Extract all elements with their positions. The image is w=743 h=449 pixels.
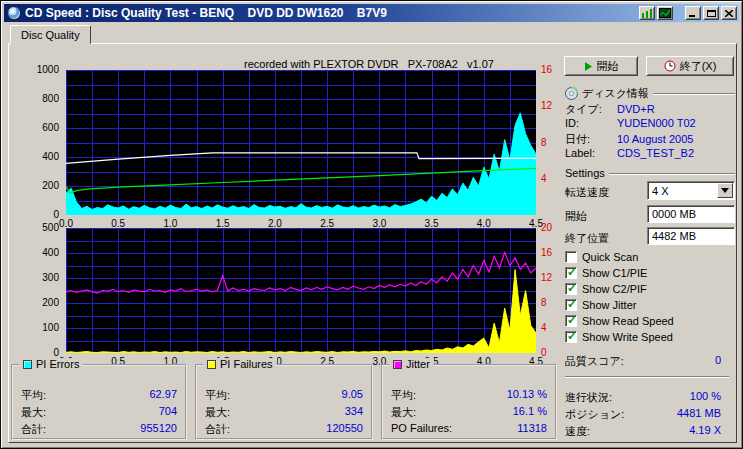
speed-select-value: 4 X: [648, 185, 717, 197]
bar-chart-icon: [642, 9, 652, 18]
axis-label: 16: [541, 64, 565, 76]
axis-label: 8: [541, 297, 565, 309]
axis-label: 500: [11, 222, 59, 234]
window-controls: [639, 6, 737, 20]
axis-label: 12: [541, 100, 565, 112]
stat-row: 最大:334: [205, 405, 363, 419]
axis-label: 4: [541, 173, 565, 185]
position-row: ポジション: 4481 MB: [565, 407, 735, 421]
progress-label: 進行状況:: [565, 390, 612, 404]
checkbox-box[interactable]: ✓: [565, 267, 577, 279]
stat-value: 334: [345, 405, 363, 419]
jitter-pif-chart: 50040030020010002016128400.00.51.01.52.0…: [11, 228, 567, 378]
stat-row: PO Failures:11318: [391, 422, 547, 436]
start-button-label: 開始: [597, 59, 619, 74]
stat-value: 9.05: [342, 388, 363, 402]
divider: [653, 93, 735, 95]
checkmark-icon: ✓: [567, 329, 577, 343]
axis-label: 100: [11, 322, 59, 334]
sidebar: ディスク情報 タイプ:DVD+RID:YUDEN000 T02日付:10 Aug…: [565, 84, 735, 442]
axis-label: 0: [11, 209, 59, 221]
checkbox-show-c2-pif[interactable]: ✓Show C2/PIF: [565, 282, 647, 296]
end-position-label: 終了位置: [565, 231, 609, 245]
axis-label: 300: [11, 272, 59, 284]
axis-label: 16: [541, 247, 565, 259]
position-label: ポジション:: [565, 407, 624, 421]
checkbox-box[interactable]: [565, 251, 577, 263]
axis-label: 200: [11, 180, 59, 192]
checkbox-label: Show C2/PIF: [582, 283, 647, 295]
checkmark-icon: ✓: [567, 297, 577, 311]
axis-label: 8: [541, 137, 565, 149]
axis-label: 1000: [11, 64, 59, 76]
stat-label: 平均:: [21, 388, 46, 402]
tab-disc-quality[interactable]: Disc Quality: [10, 25, 91, 44]
quality-score-label: 品質スコア:: [565, 354, 624, 368]
minimize-button[interactable]: [685, 6, 701, 20]
stat-value: 704: [159, 405, 177, 419]
divider: [565, 376, 729, 378]
position-value: 4481 MB: [677, 407, 721, 421]
checkbox-box[interactable]: ✓: [565, 331, 577, 343]
disc-info-row: 日付:10 August 2005: [565, 132, 735, 146]
start-position-label: 開始: [565, 209, 587, 223]
checkbox-show-read-speed[interactable]: ✓Show Read Speed: [565, 314, 674, 328]
disc-info-label: 日付:: [565, 132, 617, 147]
disc-info-value: YUDEN000 T02: [617, 117, 696, 129]
pi-errors-chart: 100080060040020001612840.00.51.01.52.02.…: [11, 70, 567, 240]
stat-label: 最大:: [205, 405, 230, 419]
speed-select[interactable]: 4 X: [647, 181, 735, 200]
axis-label: 400: [11, 151, 59, 163]
stat-row: 平均:9.05: [205, 388, 363, 402]
axis-label: 600: [11, 122, 59, 134]
titlebar[interactable]: CD Speed : Disc Quality Test - BENQ DVD …: [4, 4, 739, 22]
checkbox-show-write-speed[interactable]: ✓Show Write Speed: [565, 330, 673, 344]
stat-row: 合計:955120: [21, 422, 177, 436]
checkbox-quick-scan[interactable]: Quick Scan: [565, 250, 638, 264]
stat-value: 10.13 %: [507, 388, 547, 402]
checkbox-label: Show Write Speed: [582, 331, 673, 343]
checkbox-show-c1-pie[interactable]: ✓Show C1/PIE: [565, 266, 647, 280]
app-icon: [7, 6, 21, 20]
stat-value: 62.97: [149, 388, 177, 402]
maximize-icon: [707, 9, 716, 17]
pi-errors-panel: PI Errors 平均:62.97最大:704合計:955120: [11, 364, 187, 440]
stat-value: 16.1 %: [513, 405, 547, 419]
disc-info-value: 10 August 2005: [617, 133, 693, 145]
progress-value: 100 %: [690, 390, 721, 404]
start-position-input[interactable]: 0000 MB: [647, 205, 735, 223]
chart-plot: [66, 228, 536, 353]
maximize-button[interactable]: [703, 6, 719, 20]
play-icon: [584, 62, 593, 71]
disc-info-row: タイプ:DVD+R: [565, 102, 735, 116]
checkbox-label: Show C1/PIE: [582, 267, 647, 279]
axis-label: 200: [11, 297, 59, 309]
disc-icon: [565, 87, 578, 100]
start-button[interactable]: 開始: [564, 56, 638, 76]
disc-info-value: CDS_TEST_B2: [617, 147, 694, 159]
stat-label: 合計:: [205, 422, 230, 436]
stat-value: 120550: [326, 422, 363, 436]
stat-row: 合計:120550: [205, 422, 363, 436]
checkbox-show-jitter[interactable]: ✓Show Jitter: [565, 298, 636, 312]
checkbox-box[interactable]: ✓: [565, 315, 577, 327]
settings-title: Settings: [565, 167, 605, 179]
close-button[interactable]: [721, 6, 737, 20]
recorded-with-text: recorded with PLEXTOR DVDR PX-708A2 v1.0…: [159, 58, 579, 70]
axis-label: 12: [541, 272, 565, 284]
exit-button[interactable]: 終了(X): [646, 56, 734, 76]
axis-label: 800: [11, 93, 59, 105]
graph-bars-icon-button[interactable]: [639, 6, 655, 20]
checkbox-box[interactable]: ✓: [565, 299, 577, 311]
window-title: CD Speed : Disc Quality Test - BENQ DVD …: [25, 6, 639, 20]
stat-label: 最大:: [391, 405, 416, 419]
checkbox-box[interactable]: ✓: [565, 283, 577, 295]
end-position-input[interactable]: 4482 MB: [647, 227, 735, 245]
graph-monitor-icon-button[interactable]: [657, 6, 673, 20]
stat-label: PO Failures:: [391, 422, 452, 436]
stat-row: 最大:16.1 %: [391, 405, 547, 419]
app-window: CD Speed : Disc Quality Test - BENQ DVD …: [0, 0, 743, 449]
dropdown-arrow-icon[interactable]: [717, 183, 733, 198]
checkbox-label: Quick Scan: [582, 251, 638, 263]
axis-label: 4: [541, 322, 565, 334]
